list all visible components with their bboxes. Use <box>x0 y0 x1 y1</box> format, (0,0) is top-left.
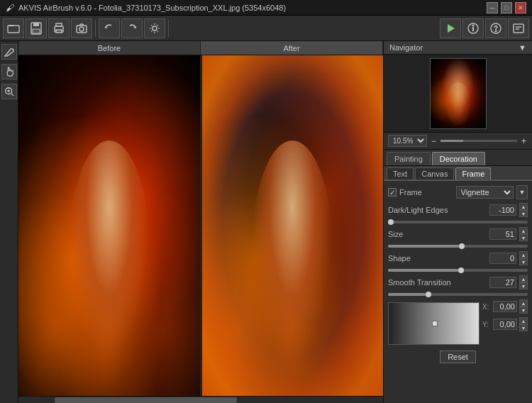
canvas-label-bar: Before After <box>18 41 383 55</box>
after-pane[interactable] <box>202 55 384 396</box>
smooth-thumb[interactable] <box>426 292 431 297</box>
size-down[interactable]: ▼ <box>519 234 528 241</box>
frame-type-select[interactable]: Vignette <box>456 186 514 199</box>
sub-tab-frame[interactable]: Frame <box>455 167 491 180</box>
y-up[interactable]: ▲ <box>519 317 528 324</box>
x-spin: ▲ ▼ <box>519 299 528 314</box>
svg-point-14 <box>472 25 474 26</box>
close-button[interactable]: ✕ <box>515 2 526 13</box>
dark-light-thumb[interactable] <box>388 219 394 225</box>
shape-row: Shape ▲ ▼ <box>388 251 528 265</box>
dark-light-slider-row <box>388 221 528 223</box>
size-thumb[interactable] <box>459 243 465 249</box>
navigator-collapse-icon[interactable]: ▼ <box>519 43 526 52</box>
save-button[interactable] <box>26 18 47 38</box>
scroll-thumb[interactable] <box>55 397 237 403</box>
sub-tab-canvas[interactable]: Canvas <box>415 167 454 180</box>
x-down[interactable]: ▼ <box>519 307 528 314</box>
frame-checkbox[interactable]: ✓ <box>388 188 397 197</box>
y-input[interactable] <box>493 319 517 330</box>
dark-light-down[interactable]: ▼ <box>519 210 528 217</box>
navigator-title: Navigator <box>389 43 423 52</box>
gradient-point[interactable] <box>432 321 438 326</box>
y-label: Y: <box>482 321 491 329</box>
zoom-slider[interactable] <box>440 140 517 142</box>
shape-down[interactable]: ▼ <box>519 258 528 265</box>
smooth-down[interactable]: ▼ <box>519 282 528 289</box>
settings-button[interactable] <box>144 18 165 38</box>
canvas-content[interactable] <box>18 55 383 396</box>
redo-button[interactable] <box>121 18 143 38</box>
dark-light-label: Dark/Light Edges <box>388 206 487 214</box>
smooth-up[interactable]: ▲ <box>519 275 528 282</box>
smooth-fill <box>388 293 426 296</box>
size-up[interactable]: ▲ <box>519 227 528 234</box>
minimize-button[interactable]: ─ <box>487 2 498 13</box>
size-slider[interactable] <box>388 245 528 248</box>
svg-line-20 <box>4 55 6 57</box>
hand-tool[interactable] <box>1 64 17 79</box>
thumb-figure <box>445 82 470 125</box>
dark-light-input[interactable] <box>489 204 516 216</box>
sub-tab-text[interactable]: Text <box>387 167 414 180</box>
shape-thumb[interactable] <box>458 267 464 273</box>
size-input[interactable] <box>489 228 516 240</box>
thumb-image <box>430 58 487 129</box>
zoom-select[interactable]: 10.5% 25% 50% 100% <box>388 135 427 147</box>
open-button[interactable] <box>3 18 24 38</box>
title-controls: ─ □ ✕ <box>487 2 526 13</box>
smooth-label: Smooth Transition <box>388 278 487 287</box>
shape-spin: ▲ ▼ <box>519 251 528 265</box>
svg-point-10 <box>153 26 157 31</box>
dark-light-up[interactable]: ▲ <box>519 203 528 210</box>
preferences-button[interactable] <box>508 18 529 38</box>
gradient-container <box>388 299 480 348</box>
zoom-plus-icon[interactable]: + <box>520 136 528 146</box>
y-down[interactable]: ▼ <box>519 324 528 331</box>
info-button[interactable] <box>462 18 484 38</box>
xy-inputs: X: ▲ ▼ Y: ▲ ▼ <box>482 299 528 333</box>
svg-rect-6 <box>56 23 62 26</box>
x-up[interactable]: ▲ <box>519 299 528 307</box>
title-bar: 🖌 AKVIS AirBrush v.6.0 - Fotolia_3731017… <box>0 0 532 16</box>
gradient-preview[interactable] <box>388 302 480 345</box>
size-slider-row <box>388 245 528 248</box>
before-pane[interactable] <box>18 55 202 396</box>
dark-light-row: Dark/Light Edges ▲ ▼ <box>388 203 528 217</box>
tab-painting[interactable]: Painting <box>387 152 431 165</box>
tab-decoration[interactable]: Decoration <box>432 152 485 165</box>
main-layout: Before After Navigator ▼ <box>0 41 532 403</box>
maximize-button[interactable]: □ <box>501 2 512 13</box>
smooth-slider[interactable] <box>388 293 528 296</box>
shape-input[interactable] <box>489 253 516 264</box>
navigator-thumbnail[interactable] <box>384 55 532 133</box>
dark-light-slider[interactable] <box>388 221 528 223</box>
help-button[interactable] <box>485 18 506 38</box>
separator-1 <box>95 20 96 37</box>
frame-label: Frame <box>399 188 453 197</box>
frame-type-arrow[interactable]: ▼ <box>516 185 528 199</box>
shape-label: Shape <box>388 254 487 263</box>
vignette-overlay <box>431 59 486 128</box>
before-label: Before <box>18 41 201 55</box>
zoom-tool[interactable] <box>1 84 17 99</box>
zoom-minus-icon[interactable]: − <box>430 136 438 146</box>
horizontal-scrollbar[interactable] <box>18 396 383 403</box>
svg-rect-7 <box>56 30 62 33</box>
before-image <box>18 55 200 396</box>
shape-up[interactable]: ▲ <box>519 251 528 258</box>
y-row: Y: ▲ ▼ <box>482 317 528 331</box>
reset-button[interactable]: Reset <box>440 350 476 363</box>
shape-fill <box>388 269 458 272</box>
title-text: AKVIS AirBrush v.6.0 - Fotolia_37310173_… <box>18 4 286 12</box>
camera-button[interactable] <box>71 18 92 38</box>
print-button[interactable] <box>48 18 70 38</box>
play-button[interactable] <box>440 18 461 38</box>
brush-tool[interactable] <box>1 44 17 60</box>
smooth-input[interactable] <box>489 277 516 288</box>
undo-button[interactable] <box>99 18 120 38</box>
smooth-slider-row <box>388 293 528 296</box>
size-row: Size ▲ ▼ <box>388 227 528 241</box>
shape-slider[interactable] <box>388 269 528 272</box>
x-input[interactable] <box>493 301 517 312</box>
